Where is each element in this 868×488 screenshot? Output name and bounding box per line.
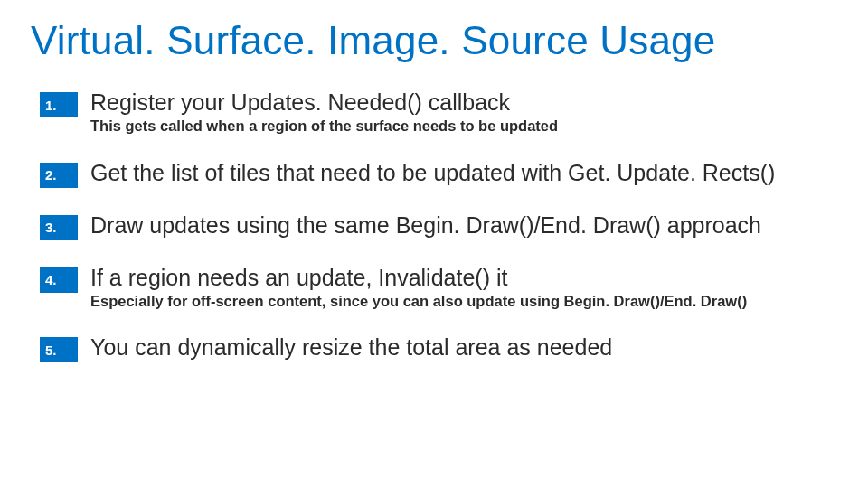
list-item: 4. If a region needs an update, Invalida…: [40, 264, 837, 311]
step-sub: Especially for off-screen content, since…: [90, 292, 747, 311]
step-text: Register your Updates. Needed() callback…: [90, 89, 558, 136]
list-item: 3. Draw updates using the same Begin. Dr…: [40, 211, 837, 240]
step-main: Register your Updates. Needed() callback: [90, 89, 558, 116]
step-text: You can dynamically resize the total are…: [90, 333, 612, 361]
step-badge-1: 1.: [40, 92, 78, 117]
list-item: 1. Register your Updates. Needed() callb…: [40, 89, 837, 136]
step-main: Get the list of tiles that need to be up…: [90, 159, 775, 186]
step-text: Draw updates using the same Begin. Draw(…: [90, 211, 761, 239]
step-main: Draw updates using the same Begin. Draw(…: [90, 211, 761, 239]
list-item: 5. You can dynamically resize the total …: [40, 333, 837, 362]
step-text: Get the list of tiles that need to be up…: [90, 159, 775, 186]
step-main: If a region needs an update, Invalidate(…: [90, 264, 747, 291]
step-badge-3: 3.: [40, 215, 78, 240]
list-item: 2. Get the list of tiles that need to be…: [40, 159, 837, 188]
step-list: 1. Register your Updates. Needed() callb…: [31, 89, 837, 362]
step-badge-4: 4.: [40, 267, 78, 293]
step-main: You can dynamically resize the total are…: [90, 333, 612, 361]
step-sub: This gets called when a region of the su…: [90, 117, 558, 136]
step-badge-5: 5.: [40, 337, 78, 362]
slide-title: Virtual. Surface. Image. Source Usage: [31, 18, 837, 63]
step-text: If a region needs an update, Invalidate(…: [90, 264, 747, 311]
step-badge-2: 2.: [40, 163, 78, 188]
slide: Virtual. Surface. Image. Source Usage 1.…: [0, 0, 868, 362]
